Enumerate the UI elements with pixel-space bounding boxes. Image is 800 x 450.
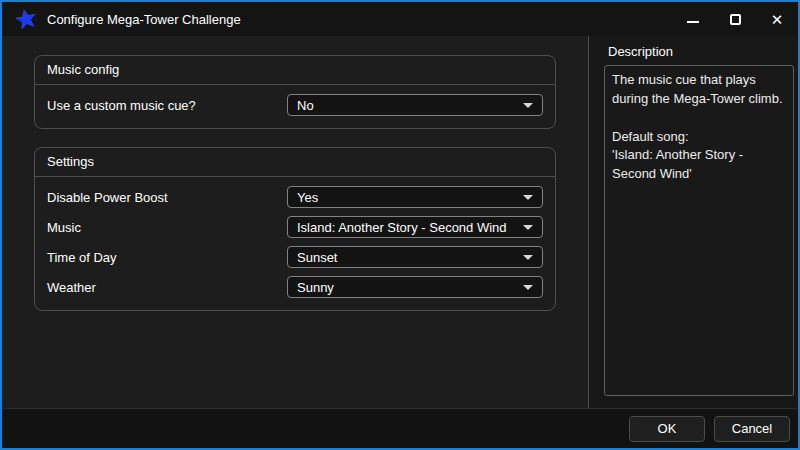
row-custom-music-cue: Use a custom music cue? No bbox=[47, 90, 543, 120]
dropdown-value: Island: Another Story - Second Wind bbox=[297, 220, 517, 235]
cancel-button[interactable]: Cancel bbox=[714, 416, 790, 442]
dropdown-value: No bbox=[297, 98, 517, 113]
row-label: Weather bbox=[47, 280, 287, 295]
maximize-icon bbox=[730, 14, 741, 25]
chevron-down-icon bbox=[523, 255, 533, 260]
ok-button[interactable]: OK bbox=[629, 416, 705, 442]
button-bar: OK Cancel bbox=[2, 408, 798, 448]
row-label: Music bbox=[47, 220, 287, 235]
dropdown-value: Sunny bbox=[297, 280, 517, 295]
chevron-down-icon bbox=[523, 225, 533, 230]
row-disable-power-boost: Disable Power Boost Yes bbox=[47, 182, 543, 212]
group-settings: Settings Disable Power Boost Yes Music I… bbox=[34, 147, 556, 311]
disable-power-boost-dropdown[interactable]: Yes bbox=[287, 186, 543, 208]
close-icon: ✕ bbox=[771, 12, 784, 27]
maximize-button[interactable] bbox=[714, 2, 756, 36]
group-music-config: Music config Use a custom music cue? No bbox=[34, 55, 556, 129]
minimize-icon bbox=[687, 21, 699, 23]
settings-panel: Music config Use a custom music cue? No … bbox=[2, 36, 589, 408]
weather-dropdown[interactable]: Sunny bbox=[287, 276, 543, 298]
close-button[interactable]: ✕ bbox=[756, 2, 798, 36]
row-weather: Weather Sunny bbox=[47, 272, 543, 302]
description-title: Description bbox=[608, 44, 794, 59]
description-text: The music cue that plays during the Mega… bbox=[604, 65, 794, 396]
group-body: Use a custom music cue? No bbox=[35, 85, 555, 128]
custom-music-cue-dropdown[interactable]: No bbox=[287, 94, 543, 116]
minimize-button[interactable] bbox=[672, 2, 714, 36]
chevron-down-icon bbox=[523, 103, 533, 108]
dialog-window: Configure Mega-Tower Challenge ✕ Music c… bbox=[0, 0, 800, 450]
row-label: Time of Day bbox=[47, 250, 287, 265]
group-title: Music config bbox=[35, 56, 555, 85]
chevron-down-icon bbox=[523, 285, 533, 290]
row-label: Disable Power Boost bbox=[47, 190, 287, 205]
description-panel: Description The music cue that plays dur… bbox=[590, 36, 798, 408]
group-body: Disable Power Boost Yes Music Island: An… bbox=[35, 177, 555, 310]
window-title: Configure Mega-Tower Challenge bbox=[47, 12, 241, 27]
dropdown-value: Yes bbox=[297, 190, 517, 205]
music-dropdown[interactable]: Island: Another Story - Second Wind bbox=[287, 216, 543, 238]
row-time-of-day: Time of Day Sunset bbox=[47, 242, 543, 272]
window-controls: ✕ bbox=[672, 2, 798, 36]
row-label: Use a custom music cue? bbox=[47, 98, 287, 113]
row-music: Music Island: Another Story - Second Win… bbox=[47, 212, 543, 242]
chevron-down-icon bbox=[523, 195, 533, 200]
dropdown-value: Sunset bbox=[297, 250, 517, 265]
title-bar: Configure Mega-Tower Challenge ✕ bbox=[2, 2, 798, 36]
group-title: Settings bbox=[35, 148, 555, 177]
time-of-day-dropdown[interactable]: Sunset bbox=[287, 246, 543, 268]
app-star-icon bbox=[14, 7, 38, 31]
